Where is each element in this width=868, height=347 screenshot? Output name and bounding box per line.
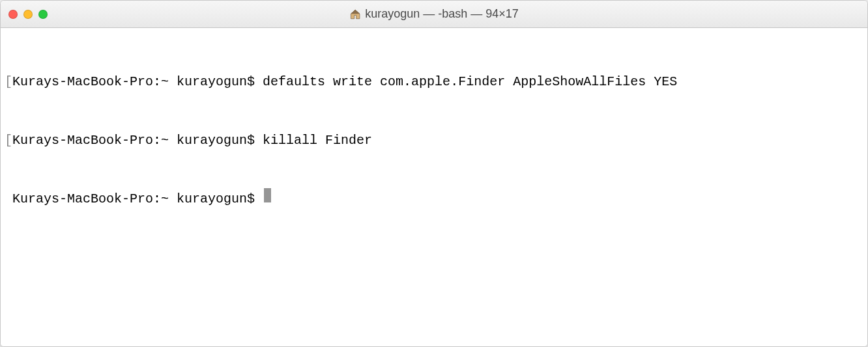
terminal-window: kurayogun — -bash — 94×17 [Kurays-MacBoo… bbox=[0, 0, 868, 347]
window-title-container: kurayogun — -bash — 94×17 bbox=[349, 7, 519, 21]
prompt: Kurays-MacBook-Pro:~ kurayogun$ bbox=[12, 189, 263, 209]
home-icon bbox=[349, 8, 361, 20]
terminal-line: [Kurays-MacBook-Pro:~ kurayogun$ default… bbox=[5, 72, 863, 92]
minimize-button[interactable] bbox=[23, 10, 33, 19]
title-bar[interactable]: kurayogun — -bash — 94×17 bbox=[1, 1, 867, 28]
line-bracket: [ bbox=[5, 131, 12, 150]
line-bracket: [ bbox=[5, 72, 12, 92]
terminal-line: Kurays-MacBook-Pro:~ kurayogun$ bbox=[5, 189, 863, 209]
cursor bbox=[264, 188, 271, 202]
prompt: Kurays-MacBook-Pro:~ kurayogun$ bbox=[12, 72, 263, 92]
maximize-button[interactable] bbox=[38, 10, 48, 19]
close-button[interactable] bbox=[8, 10, 18, 19]
line-bracket bbox=[5, 189, 12, 209]
prompt: Kurays-MacBook-Pro:~ kurayogun$ bbox=[12, 131, 263, 150]
terminal-content[interactable]: [Kurays-MacBook-Pro:~ kurayogun$ default… bbox=[1, 28, 867, 346]
command: defaults write com.apple.Finder AppleSho… bbox=[263, 72, 677, 92]
window-title: kurayogun — -bash — 94×17 bbox=[365, 7, 519, 21]
command: killall Finder bbox=[263, 131, 372, 150]
terminal-line: [Kurays-MacBook-Pro:~ kurayogun$ killall… bbox=[5, 131, 863, 150]
traffic-lights bbox=[8, 10, 48, 19]
